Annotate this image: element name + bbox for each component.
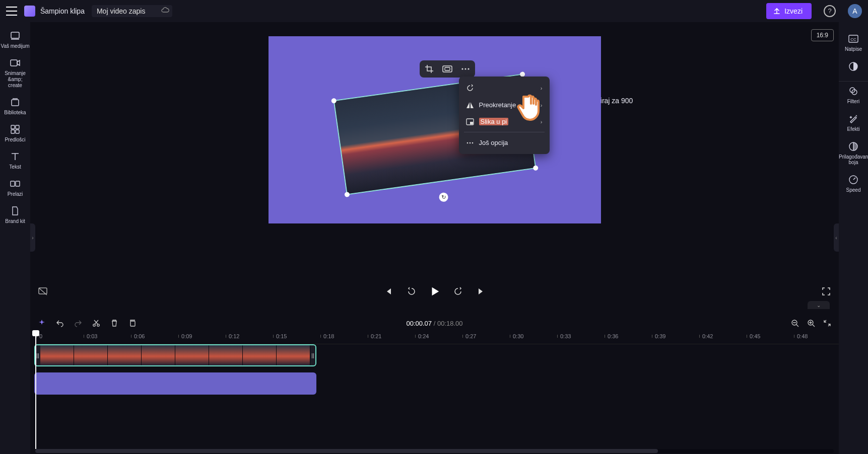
scrollbar-thumb[interactable] bbox=[35, 449, 658, 453]
timeline-toolbar: 00:00.07 / 00:18.00 bbox=[30, 313, 839, 333]
svg-rect-2 bbox=[12, 100, 19, 106]
more-button[interactable] bbox=[460, 63, 471, 74]
export-button[interactable]: Izvezi bbox=[766, 3, 812, 19]
zoom-out-button[interactable] bbox=[790, 319, 799, 328]
playhead[interactable] bbox=[35, 333, 36, 449]
ai-sparkle-button[interactable] bbox=[37, 319, 46, 328]
user-avatar[interactable]: A bbox=[848, 4, 862, 18]
video-canvas[interactable]: › Preokretanje › Slika u pi › bbox=[269, 36, 601, 223]
menu-item-more-options[interactable]: Još opcija bbox=[459, 134, 550, 151]
copy-button[interactable] bbox=[128, 319, 137, 328]
play-button[interactable] bbox=[429, 286, 440, 297]
top-bar: Šampion klipa Izvezi ? A bbox=[0, 0, 868, 22]
video-clip[interactable]: || || bbox=[34, 344, 316, 366]
resize-handle-br[interactable] bbox=[532, 165, 538, 171]
ruler-tick: 0:12 bbox=[229, 333, 239, 339]
svg-point-20 bbox=[93, 324, 95, 326]
flip-icon bbox=[466, 102, 474, 109]
sidebar-label: Vaš medijum bbox=[0, 43, 30, 49]
ruler-tick: 0:24 bbox=[418, 333, 429, 339]
contrast-icon bbox=[848, 61, 859, 72]
resize-handle-bl[interactable] bbox=[344, 192, 350, 197]
hide-preview-button[interactable] bbox=[37, 286, 48, 297]
fit-timeline-button[interactable] bbox=[823, 319, 832, 328]
right-sidebar: CC Natpise Filteri Efekti Prilagođavanje… bbox=[839, 22, 868, 454]
sidebar-item-filters[interactable]: Filteri bbox=[839, 82, 868, 109]
timeline-scrollbar[interactable] bbox=[30, 448, 839, 454]
ruler-tick: 0:21 bbox=[371, 333, 381, 339]
sidebar-item-color-adjust[interactable]: Prilagođavanje boja bbox=[839, 137, 868, 170]
canvas-area: › Preokretanje › Slika u pi › bbox=[30, 22, 839, 279]
help-button[interactable]: ? bbox=[824, 5, 836, 17]
sidebar-item-captions[interactable]: CC Natpise bbox=[839, 29, 868, 57]
svg-rect-6 bbox=[16, 130, 19, 133]
menu-icon[interactable] bbox=[6, 7, 17, 16]
timeline-ruler[interactable]: 00:030:060:090:120:150:180:210:240:270:3… bbox=[34, 333, 839, 344]
clip-handle-right[interactable]: || bbox=[310, 345, 315, 365]
timeline-collapse-bar: ⌄ bbox=[30, 304, 839, 313]
svg-rect-8 bbox=[16, 181, 20, 186]
sidebar-item-record[interactable]: Snimanje &amp; create bbox=[0, 53, 30, 93]
fit-button[interactable] bbox=[442, 63, 453, 74]
sidebar-label: Snimanje &amp; create bbox=[0, 70, 30, 89]
sidebar-item-library[interactable]: Biblioteka bbox=[0, 93, 30, 120]
audio-clip[interactable] bbox=[34, 372, 316, 395]
menu-label: Preokretanje bbox=[479, 101, 516, 109]
speed-icon bbox=[848, 174, 859, 185]
project-name-input[interactable] bbox=[97, 7, 157, 15]
svg-rect-15 bbox=[470, 122, 473, 124]
undo-button[interactable] bbox=[55, 319, 64, 328]
center-column: 16:9 Rotiraj za 900 bbox=[30, 22, 839, 454]
split-button[interactable] bbox=[92, 319, 101, 328]
main-area: Vaš medijum Snimanje &amp; create Biblio… bbox=[0, 22, 868, 454]
svg-point-13 bbox=[468, 68, 469, 69]
left-sidebar: Vaš medijum Snimanje &amp; create Biblio… bbox=[0, 22, 30, 454]
color-adjust-icon bbox=[848, 141, 859, 152]
menu-label: Slika u pi bbox=[479, 118, 509, 125]
sidebar-item-text[interactable]: Tekst bbox=[0, 147, 30, 174]
export-label: Izvezi bbox=[784, 7, 803, 15]
more-icon bbox=[466, 141, 474, 144]
svg-rect-4 bbox=[16, 125, 19, 129]
svg-rect-1 bbox=[11, 60, 17, 66]
sidebar-item-your-media[interactable]: Vaš medijum bbox=[0, 26, 30, 53]
svg-rect-22 bbox=[130, 321, 135, 326]
app-logo bbox=[24, 6, 35, 17]
ruler-tick: 0:36 bbox=[608, 333, 618, 339]
zoom-in-button[interactable] bbox=[807, 319, 816, 328]
redo-button[interactable] bbox=[74, 319, 83, 328]
forward-button[interactable] bbox=[452, 286, 463, 297]
svg-rect-0 bbox=[11, 32, 19, 38]
sidebar-item-templates[interactable]: Predlošci bbox=[0, 120, 30, 147]
svg-point-16 bbox=[466, 142, 468, 143]
preview-area: 16:9 Rotiraj za 900 bbox=[30, 22, 839, 313]
delete-button[interactable] bbox=[110, 319, 119, 328]
filters-icon bbox=[848, 86, 859, 97]
cursor-hand-icon bbox=[514, 88, 550, 123]
skip-back-button[interactable] bbox=[383, 286, 394, 297]
crop-button[interactable] bbox=[424, 63, 435, 74]
sidebar-item-effects[interactable]: Efekti bbox=[839, 109, 868, 137]
project-name-field[interactable] bbox=[92, 5, 172, 17]
sidebar-item-contrast[interactable] bbox=[839, 57, 868, 82]
svg-point-17 bbox=[469, 142, 471, 143]
sidebar-item-brand-kit[interactable]: Brand kit bbox=[0, 201, 30, 229]
captions-icon: CC bbox=[848, 33, 859, 44]
collapse-timeline-button[interactable]: ⌄ bbox=[808, 301, 830, 309]
svg-rect-9 bbox=[443, 66, 452, 72]
effects-icon bbox=[848, 113, 859, 124]
rewind-button[interactable] bbox=[406, 286, 417, 297]
expand-right-panel[interactable]: ‹ bbox=[834, 223, 839, 252]
ruler-tick: 0:15 bbox=[276, 333, 287, 339]
media-floating-toolbar bbox=[420, 60, 475, 78]
sidebar-label: Efekti bbox=[839, 126, 868, 132]
svg-text:CC: CC bbox=[850, 37, 856, 42]
rotate-handle[interactable]: ↻ bbox=[438, 192, 448, 202]
fullscreen-button[interactable] bbox=[821, 286, 832, 297]
sidebar-item-speed[interactable]: Speed bbox=[839, 170, 868, 198]
transitions-icon bbox=[10, 178, 21, 189]
current-time: 00:00.07 bbox=[406, 320, 432, 327]
sidebar-item-transitions[interactable]: Prelazi bbox=[0, 174, 30, 201]
brand-icon bbox=[10, 205, 21, 216]
skip-forward-button[interactable] bbox=[476, 286, 487, 297]
